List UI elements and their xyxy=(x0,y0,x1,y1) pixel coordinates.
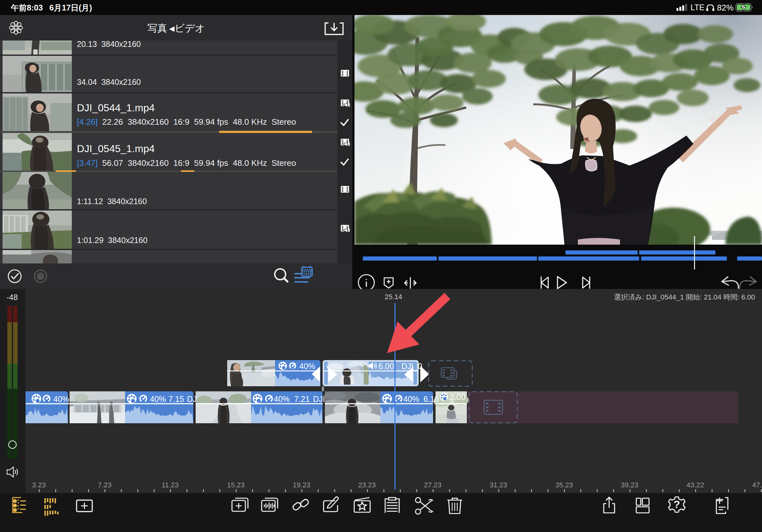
svg-text:40%: 40% xyxy=(299,362,315,370)
svg-text:35.23: 35.23 xyxy=(555,481,573,489)
svg-text:選択済み: DJI_0544_1 開始: 21.04 時間:: 選択済み: DJI_0544_1 開始: 21.04 時間: 6.00 xyxy=(614,293,755,301)
svg-text:3.23: 3.23 xyxy=(32,481,46,489)
svg-text:40%: 40% xyxy=(274,395,290,403)
svg-text:6.18: 6.18 xyxy=(423,395,439,403)
svg-text:82%: 82% xyxy=(717,3,733,13)
svg-text:6.00: 6.00 xyxy=(378,362,394,370)
svg-text:43.22: 43.22 xyxy=(686,481,704,489)
svg-text:7.21: 7.21 xyxy=(294,395,310,403)
svg-text:7.23: 7.23 xyxy=(98,481,112,489)
svg-text:25.14: 25.14 xyxy=(385,293,402,301)
svg-text:DJ: DJ xyxy=(187,395,197,403)
svg-text:40%: 40% xyxy=(150,395,166,403)
svg-text:19.23: 19.23 xyxy=(293,481,310,489)
svg-text:40%: 40% xyxy=(403,395,419,403)
svg-text:47.22: 47.22 xyxy=(752,481,762,489)
svg-text:27.23: 27.23 xyxy=(424,481,441,489)
svg-text:DJI: DJI xyxy=(313,395,325,403)
svg-text:2.00: 2.00 xyxy=(450,393,466,402)
svg-text:31.23: 31.23 xyxy=(490,481,507,489)
svg-text:LTE: LTE xyxy=(691,3,705,12)
svg-text:11.23: 11.23 xyxy=(162,481,178,489)
svg-text:40%: 40% xyxy=(53,395,69,403)
svg-text:39.23: 39.23 xyxy=(621,481,638,489)
svg-text:15.23: 15.23 xyxy=(227,481,244,489)
svg-text:?: ? xyxy=(674,498,680,510)
svg-text:7.15: 7.15 xyxy=(169,395,184,403)
svg-text:23.23: 23.23 xyxy=(358,481,376,489)
